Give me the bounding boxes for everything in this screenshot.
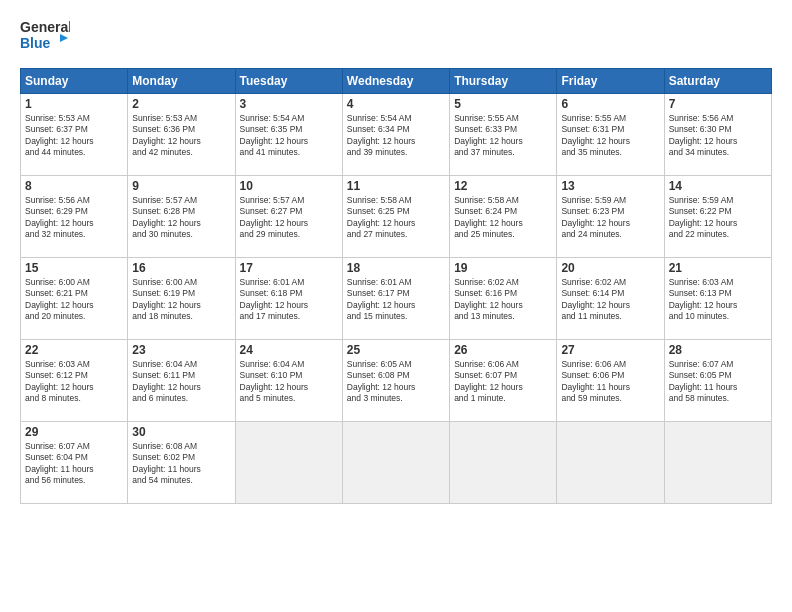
day-info: Sunrise: 6:01 AMSunset: 6:18 PMDaylight:…	[240, 277, 309, 321]
svg-text:Blue: Blue	[20, 35, 51, 51]
day-info: Sunrise: 6:06 AMSunset: 6:06 PMDaylight:…	[561, 359, 630, 403]
calendar-cell: 25Sunrise: 6:05 AMSunset: 6:08 PMDayligh…	[342, 340, 449, 422]
day-info: Sunrise: 6:00 AMSunset: 6:19 PMDaylight:…	[132, 277, 201, 321]
day-number: 28	[669, 343, 767, 357]
day-number: 11	[347, 179, 445, 193]
weekday-sunday: Sunday	[21, 69, 128, 94]
day-number: 20	[561, 261, 659, 275]
day-number: 18	[347, 261, 445, 275]
day-info: Sunrise: 5:59 AMSunset: 6:22 PMDaylight:…	[669, 195, 738, 239]
logo-svg: General Blue	[20, 16, 70, 58]
calendar-row: 29Sunrise: 6:07 AMSunset: 6:04 PMDayligh…	[21, 422, 772, 504]
calendar-cell: 10Sunrise: 5:57 AMSunset: 6:27 PMDayligh…	[235, 176, 342, 258]
day-info: Sunrise: 5:53 AMSunset: 6:36 PMDaylight:…	[132, 113, 201, 157]
day-info: Sunrise: 5:58 AMSunset: 6:25 PMDaylight:…	[347, 195, 416, 239]
calendar-cell	[342, 422, 449, 504]
day-number: 17	[240, 261, 338, 275]
day-info: Sunrise: 6:08 AMSunset: 6:02 PMDaylight:…	[132, 441, 201, 485]
calendar-cell: 21Sunrise: 6:03 AMSunset: 6:13 PMDayligh…	[664, 258, 771, 340]
weekday-saturday: Saturday	[664, 69, 771, 94]
day-info: Sunrise: 6:05 AMSunset: 6:08 PMDaylight:…	[347, 359, 416, 403]
day-number: 29	[25, 425, 123, 439]
day-info: Sunrise: 5:59 AMSunset: 6:23 PMDaylight:…	[561, 195, 630, 239]
weekday-monday: Monday	[128, 69, 235, 94]
day-info: Sunrise: 6:03 AMSunset: 6:12 PMDaylight:…	[25, 359, 94, 403]
day-number: 3	[240, 97, 338, 111]
day-number: 26	[454, 343, 552, 357]
calendar-cell	[235, 422, 342, 504]
day-number: 24	[240, 343, 338, 357]
calendar-cell: 26Sunrise: 6:06 AMSunset: 6:07 PMDayligh…	[450, 340, 557, 422]
weekday-thursday: Thursday	[450, 69, 557, 94]
calendar-cell: 28Sunrise: 6:07 AMSunset: 6:05 PMDayligh…	[664, 340, 771, 422]
day-info: Sunrise: 6:04 AMSunset: 6:11 PMDaylight:…	[132, 359, 201, 403]
calendar-cell: 22Sunrise: 6:03 AMSunset: 6:12 PMDayligh…	[21, 340, 128, 422]
day-number: 14	[669, 179, 767, 193]
calendar-row: 1Sunrise: 5:53 AMSunset: 6:37 PMDaylight…	[21, 94, 772, 176]
calendar-cell: 14Sunrise: 5:59 AMSunset: 6:22 PMDayligh…	[664, 176, 771, 258]
calendar-cell: 1Sunrise: 5:53 AMSunset: 6:37 PMDaylight…	[21, 94, 128, 176]
day-number: 23	[132, 343, 230, 357]
calendar-cell: 18Sunrise: 6:01 AMSunset: 6:17 PMDayligh…	[342, 258, 449, 340]
calendar-cell: 12Sunrise: 5:58 AMSunset: 6:24 PMDayligh…	[450, 176, 557, 258]
day-number: 8	[25, 179, 123, 193]
calendar-cell: 11Sunrise: 5:58 AMSunset: 6:25 PMDayligh…	[342, 176, 449, 258]
calendar-cell: 5Sunrise: 5:55 AMSunset: 6:33 PMDaylight…	[450, 94, 557, 176]
day-number: 16	[132, 261, 230, 275]
weekday-tuesday: Tuesday	[235, 69, 342, 94]
day-info: Sunrise: 5:58 AMSunset: 6:24 PMDaylight:…	[454, 195, 523, 239]
calendar-row: 22Sunrise: 6:03 AMSunset: 6:12 PMDayligh…	[21, 340, 772, 422]
calendar-cell: 8Sunrise: 5:56 AMSunset: 6:29 PMDaylight…	[21, 176, 128, 258]
day-number: 10	[240, 179, 338, 193]
calendar-cell: 9Sunrise: 5:57 AMSunset: 6:28 PMDaylight…	[128, 176, 235, 258]
calendar-cell: 17Sunrise: 6:01 AMSunset: 6:18 PMDayligh…	[235, 258, 342, 340]
calendar-cell	[557, 422, 664, 504]
day-number: 6	[561, 97, 659, 111]
day-number: 13	[561, 179, 659, 193]
day-info: Sunrise: 6:06 AMSunset: 6:07 PMDaylight:…	[454, 359, 523, 403]
calendar-cell: 3Sunrise: 5:54 AMSunset: 6:35 PMDaylight…	[235, 94, 342, 176]
calendar-cell: 29Sunrise: 6:07 AMSunset: 6:04 PMDayligh…	[21, 422, 128, 504]
calendar-cell: 23Sunrise: 6:04 AMSunset: 6:11 PMDayligh…	[128, 340, 235, 422]
weekday-header-row: SundayMondayTuesdayWednesdayThursdayFrid…	[21, 69, 772, 94]
header: General Blue	[20, 16, 772, 58]
day-number: 15	[25, 261, 123, 275]
day-info: Sunrise: 5:57 AMSunset: 6:28 PMDaylight:…	[132, 195, 201, 239]
calendar-cell: 24Sunrise: 6:04 AMSunset: 6:10 PMDayligh…	[235, 340, 342, 422]
day-info: Sunrise: 5:57 AMSunset: 6:27 PMDaylight:…	[240, 195, 309, 239]
page: General Blue SundayMondayTuesdayWednesda…	[0, 0, 792, 612]
calendar-row: 8Sunrise: 5:56 AMSunset: 6:29 PMDaylight…	[21, 176, 772, 258]
day-number: 2	[132, 97, 230, 111]
calendar-cell	[664, 422, 771, 504]
calendar-cell: 16Sunrise: 6:00 AMSunset: 6:19 PMDayligh…	[128, 258, 235, 340]
day-number: 30	[132, 425, 230, 439]
logo: General Blue	[20, 16, 70, 58]
calendar-cell: 30Sunrise: 6:08 AMSunset: 6:02 PMDayligh…	[128, 422, 235, 504]
day-number: 22	[25, 343, 123, 357]
day-info: Sunrise: 5:54 AMSunset: 6:35 PMDaylight:…	[240, 113, 309, 157]
weekday-friday: Friday	[557, 69, 664, 94]
day-info: Sunrise: 6:02 AMSunset: 6:14 PMDaylight:…	[561, 277, 630, 321]
day-number: 4	[347, 97, 445, 111]
weekday-wednesday: Wednesday	[342, 69, 449, 94]
calendar-cell: 2Sunrise: 5:53 AMSunset: 6:36 PMDaylight…	[128, 94, 235, 176]
calendar-cell: 4Sunrise: 5:54 AMSunset: 6:34 PMDaylight…	[342, 94, 449, 176]
calendar-cell: 27Sunrise: 6:06 AMSunset: 6:06 PMDayligh…	[557, 340, 664, 422]
day-info: Sunrise: 6:00 AMSunset: 6:21 PMDaylight:…	[25, 277, 94, 321]
calendar-cell: 7Sunrise: 5:56 AMSunset: 6:30 PMDaylight…	[664, 94, 771, 176]
calendar-cell: 13Sunrise: 5:59 AMSunset: 6:23 PMDayligh…	[557, 176, 664, 258]
day-info: Sunrise: 6:03 AMSunset: 6:13 PMDaylight:…	[669, 277, 738, 321]
calendar: SundayMondayTuesdayWednesdayThursdayFrid…	[20, 68, 772, 504]
day-number: 19	[454, 261, 552, 275]
calendar-cell	[450, 422, 557, 504]
calendar-row: 15Sunrise: 6:00 AMSunset: 6:21 PMDayligh…	[21, 258, 772, 340]
day-number: 25	[347, 343, 445, 357]
day-info: Sunrise: 5:54 AMSunset: 6:34 PMDaylight:…	[347, 113, 416, 157]
day-info: Sunrise: 5:56 AMSunset: 6:29 PMDaylight:…	[25, 195, 94, 239]
calendar-cell: 19Sunrise: 6:02 AMSunset: 6:16 PMDayligh…	[450, 258, 557, 340]
svg-marker-2	[60, 34, 68, 42]
calendar-cell: 6Sunrise: 5:55 AMSunset: 6:31 PMDaylight…	[557, 94, 664, 176]
day-number: 9	[132, 179, 230, 193]
day-info: Sunrise: 6:01 AMSunset: 6:17 PMDaylight:…	[347, 277, 416, 321]
day-number: 12	[454, 179, 552, 193]
